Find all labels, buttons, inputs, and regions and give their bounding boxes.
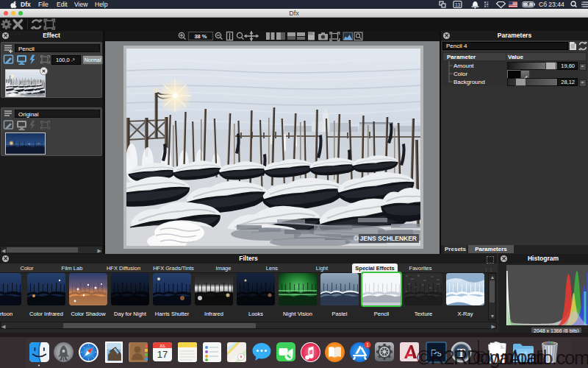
- svg-text:38 %: 38 %: [194, 33, 207, 40]
- svg-text:1: 1: [366, 342, 369, 347]
- svg-text:JUL: JUL: [159, 344, 165, 348]
- svg-text:17: 17: [157, 349, 168, 360]
- svg-text:13: 13: [455, 2, 461, 7]
